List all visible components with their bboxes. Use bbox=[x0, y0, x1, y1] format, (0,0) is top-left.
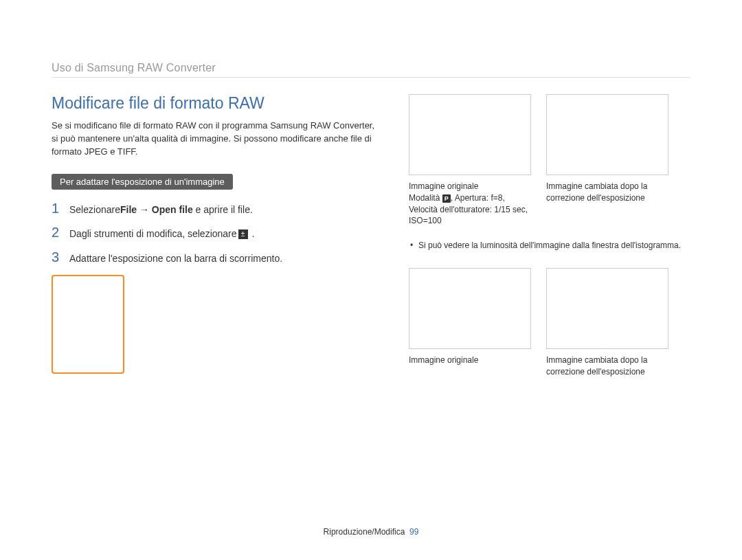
step-post: e aprire il ﬁle. bbox=[193, 204, 253, 215]
image-corrected-top bbox=[546, 94, 668, 175]
page-footer: Riproduzione/Modifica 99 bbox=[0, 527, 742, 537]
exposure-icon bbox=[238, 229, 248, 239]
step-item: 2 Dagli strumenti di modiﬁca, selezionar… bbox=[52, 225, 381, 241]
caption-original-top: Immagine originale Modalità P, Apertura:… bbox=[409, 181, 531, 227]
step-number: 3 bbox=[52, 249, 69, 265]
step-item: 3 Adattare l'esposizione con la barra di… bbox=[52, 249, 381, 266]
step-text: Dagli strumenti di modiﬁca, selezionare … bbox=[69, 227, 381, 241]
image-row-top bbox=[409, 94, 690, 175]
caption-original-bottom: Immagine originale bbox=[409, 355, 531, 378]
step-text: Adattare l'esposizione con la barra di s… bbox=[69, 252, 381, 266]
image-original-top bbox=[409, 94, 531, 175]
right-column: Immagine originale Modalità P, Apertura:… bbox=[409, 94, 690, 390]
step-number: 1 bbox=[52, 201, 69, 216]
caption-line: correzione dell'esposizione bbox=[546, 367, 645, 377]
caption-line: ISO=100 bbox=[409, 216, 442, 225]
step-post: . bbox=[249, 228, 255, 239]
caption-line: Immagine cambiata dopo la bbox=[546, 181, 647, 191]
caption-line: , Apertura: f=8, bbox=[451, 193, 505, 203]
mode-p-icon: P bbox=[442, 194, 451, 203]
step-item: 1 SelezionareFile → Open ﬁle e aprire il… bbox=[52, 201, 381, 217]
page-title: Modiﬁcare ﬁle di formato RAW bbox=[52, 94, 381, 113]
page-number: 99 bbox=[409, 527, 418, 537]
histogram-note: Si può vedere la luminosità dell'immagin… bbox=[409, 239, 690, 251]
image-row-bottom bbox=[409, 268, 690, 349]
steps-list: 1 SelezionareFile → Open ﬁle e aprire il… bbox=[52, 201, 381, 266]
step-pre: Dagli strumenti di modiﬁca, selezionare bbox=[69, 228, 237, 239]
caption-line: Immagine originale bbox=[409, 181, 478, 191]
image-original-bottom bbox=[409, 268, 531, 349]
step-number: 2 bbox=[52, 225, 69, 240]
left-column: Modiﬁcare ﬁle di formato RAW Se si modif… bbox=[52, 94, 381, 390]
caption-corrected-bottom: Immagine cambiata dopo la correzione del… bbox=[546, 355, 668, 378]
step-bold: File → Open ﬁle bbox=[120, 204, 193, 215]
caption-corrected-top: Immagine cambiata dopo la correzione del… bbox=[546, 181, 668, 227]
step-text: SelezionareFile → Open ﬁle e aprire il ﬁ… bbox=[69, 203, 381, 217]
content-columns: Modiﬁcare ﬁle di formato RAW Se si modif… bbox=[52, 94, 690, 390]
caption-row-top: Immagine originale Modalità P, Apertura:… bbox=[409, 181, 690, 227]
step-pre: Selezionare bbox=[69, 204, 120, 215]
intro-text: Se si modificano file di formato RAW con… bbox=[52, 120, 381, 159]
tool-highlight-box bbox=[52, 275, 124, 374]
caption-line: Immagine cambiata dopo la bbox=[546, 355, 647, 365]
breadcrumb: Uso di Samsung RAW Converter bbox=[52, 62, 690, 78]
caption-line: Modalità bbox=[409, 193, 442, 203]
caption-line: Velocità dell'otturatore: 1/15 sec, bbox=[409, 205, 528, 214]
caption-line: correzione dell'esposizione bbox=[546, 193, 645, 203]
image-corrected-bottom bbox=[546, 268, 668, 349]
section-pill: Per adattare l'esposizione di un'immagin… bbox=[52, 174, 233, 190]
caption-row-bottom: Immagine originale Immagine cambiata dop… bbox=[409, 355, 690, 378]
footer-section: Riproduzione/Modifica bbox=[324, 527, 405, 537]
